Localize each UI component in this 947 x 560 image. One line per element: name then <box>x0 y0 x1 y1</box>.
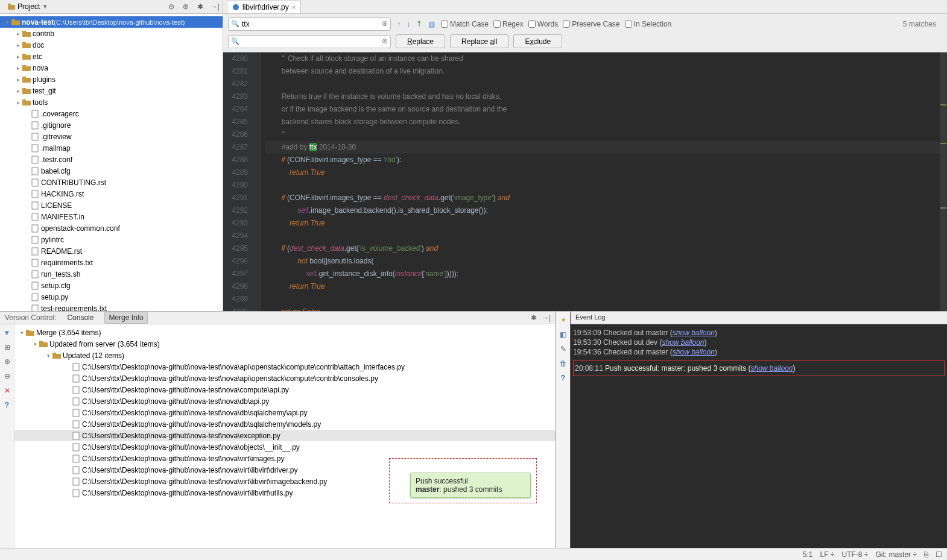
prev-match-icon[interactable]: ↑ <box>396 19 402 30</box>
tree-folder[interactable]: ▸tools <box>0 96 223 108</box>
tree-file[interactable]: setup.py <box>0 291 223 303</box>
tree-file[interactable]: CONTRIBUTING.rst <box>0 177 223 188</box>
vc-node-root[interactable]: ▾Merge (3,654 items) <box>14 327 556 338</box>
status-cell[interactable]: 5:1 <box>803 550 813 559</box>
svg-rect-48 <box>73 421 79 428</box>
collapse-all-icon[interactable]: ⊖ <box>2 371 12 381</box>
tree-file[interactable]: babel.cfg <box>0 165 223 177</box>
status-cell[interactable]: LF ÷ <box>820 550 835 559</box>
tree-file[interactable]: .gitignore <box>0 119 223 131</box>
vc-node-server[interactable]: ▾Updated from server (3,654 items) <box>14 338 556 350</box>
notification-balloon[interactable]: Push successful master: pushed 3 commits <box>410 473 531 498</box>
show-balloon-link[interactable]: show balloon <box>662 338 704 347</box>
replace-input[interactable] <box>228 35 391 48</box>
status-cell[interactable]: Git: master ÷ <box>875 550 917 559</box>
vc-file-row[interactable]: C:\Users\ttx\Desktop\nova-github\nova-te… <box>14 418 556 430</box>
clear-find-icon[interactable]: ⊗ <box>382 19 388 28</box>
tree-file[interactable]: setup.cfg <box>0 280 223 291</box>
group-by-icon[interactable]: ⊞ <box>2 342 12 352</box>
tree-folder[interactable]: ▸nova <box>0 62 223 74</box>
vc-file-row[interactable]: C:\Users\ttx\Desktop\nova-github\nova-te… <box>14 361 556 373</box>
multi-select-icon[interactable]: ▥ <box>427 19 436 30</box>
replace-button[interactable]: RReplaceeplace <box>396 34 445 48</box>
project-view-dropdown[interactable]: Project ▼ <box>4 1 52 13</box>
vc-file-row[interactable]: C:\Users\ttx\Desktop\nova-github\nova-te… <box>14 407 556 418</box>
show-balloon-link[interactable]: show balloon <box>750 364 793 373</box>
show-balloon-link[interactable]: show balloon <box>673 348 715 356</box>
tree-file[interactable]: .coveragerc <box>0 108 223 119</box>
help-icon[interactable]: ? <box>2 400 12 410</box>
vc-gear-icon[interactable]: ✱ <box>531 313 537 322</box>
vc-file-row[interactable]: C:\Users\ttx\Desktop\nova-github\nova-te… <box>14 395 556 407</box>
tree-root[interactable]: ▾nova-test (C:\Users\ttx\Desktop\nova-gi… <box>0 16 223 28</box>
tree-folder[interactable]: ▸plugins <box>0 74 223 85</box>
tree-file[interactable]: LICENSE <box>0 200 223 211</box>
balloon-icon[interactable]: ◧ <box>559 330 568 339</box>
vc-hide-icon[interactable]: →| <box>542 313 551 322</box>
help-icon[interactable]: ? <box>559 373 568 383</box>
chevron-down-icon: ▼ <box>42 4 48 10</box>
hide-icon[interactable]: →| <box>211 2 219 11</box>
status-cell[interactable]: ⎘ <box>924 550 928 559</box>
show-balloon-link[interactable]: show balloon <box>673 329 715 337</box>
fold-gutter[interactable] <box>252 52 261 311</box>
vc-node-updated[interactable]: ▾Updated (12 items) <box>14 350 556 361</box>
exclude-button[interactable]: Exclude <box>513 34 562 48</box>
svg-rect-46 <box>73 398 79 405</box>
vc-file-row[interactable]: C:\Users\ttx\Desktop\nova-github\nova-te… <box>14 430 556 441</box>
vc-file-row[interactable]: C:\Users\ttx\Desktop\nova-github\nova-te… <box>14 441 556 453</box>
svg-rect-12 <box>22 78 31 83</box>
close-icon[interactable]: × <box>292 4 296 11</box>
tree-folder[interactable]: ▸etc <box>0 51 223 62</box>
tree-file[interactable]: .testr.conf <box>0 154 223 165</box>
tree-folder[interactable]: ▸contrib <box>0 28 223 39</box>
info-icon[interactable]: ✦ <box>559 315 568 325</box>
svg-rect-45 <box>73 386 79 394</box>
vc-file-row[interactable]: C:\Users\ttx\Desktop\nova-github\nova-te… <box>14 373 556 384</box>
filter-icon[interactable]: ▼ <box>2 328 12 338</box>
tree-file[interactable]: requirements.txt <box>0 257 223 268</box>
tree-file[interactable]: README.rst <box>0 245 223 257</box>
find-input[interactable] <box>228 17 391 31</box>
next-match-icon[interactable]: ↓ <box>405 19 411 30</box>
tree-file[interactable]: .gitreview <box>0 131 223 142</box>
regex-checkbox[interactable]: Regex <box>493 20 524 28</box>
expand-all-icon[interactable]: ⊕ <box>2 357 12 367</box>
tree-file[interactable]: MANIFEST.in <box>0 211 223 222</box>
scroll-to-source-icon[interactable]: ⊕ <box>182 2 190 11</box>
tree-file[interactable]: HACKING.rst <box>0 188 223 200</box>
status-cell[interactable]: ☐ <box>936 550 942 559</box>
event-log-list[interactable]: 19:53:09 Checked out master (show balloo… <box>571 324 947 548</box>
collapse-all-icon[interactable]: ⊖ <box>167 2 176 11</box>
vc-file-row[interactable]: C:\Users\ttx\Desktop\nova-github\nova-te… <box>14 384 556 395</box>
editor-tabbar: libvirt\driver.py × <box>223 0 947 14</box>
delete-icon[interactable]: ✕ <box>2 386 12 395</box>
editor-tab-driver[interactable]: libvirt\driver.py × <box>227 1 301 13</box>
clear-icon[interactable]: 🗑 <box>559 359 568 368</box>
status-cell[interactable]: UTF-8 ÷ <box>841 550 868 559</box>
tree-folder[interactable]: ▸test_git <box>0 85 223 96</box>
project-tree[interactable]: ▾nova-test (C:\Users\ttx\Desktop\nova-gi… <box>0 14 223 311</box>
match-case-checkbox[interactable]: Match Case <box>441 20 489 28</box>
tree-file[interactable]: .mailmap <box>0 142 223 154</box>
select-all-icon[interactable]: ⤒ <box>415 19 423 30</box>
vc-tab-merge-info[interactable]: Merge Info <box>104 312 147 324</box>
tree-folder[interactable]: ▸doc <box>0 39 223 51</box>
svg-rect-9 <box>22 54 26 55</box>
tree-file[interactable]: test-requirements.txt <box>0 303 223 311</box>
vc-merge-tree[interactable]: ▾Merge (3,654 items)▾Updated from server… <box>14 324 556 548</box>
gear-icon[interactable]: ✱ <box>196 2 204 11</box>
words-checkbox[interactable]: Words <box>528 20 558 28</box>
tree-file[interactable]: openstack-common.conf <box>0 222 223 234</box>
tree-file[interactable]: pylintrc <box>0 234 223 245</box>
clear-replace-icon[interactable]: ⊗ <box>382 37 388 45</box>
code-area[interactable]: ''' Check if all block storage of an ins… <box>261 52 947 311</box>
preserve-case-checkbox[interactable]: Preserve Case <box>563 20 619 28</box>
vc-tab-console[interactable]: Console <box>63 312 97 323</box>
mark-read-icon[interactable]: ✎ <box>559 344 568 354</box>
in-selection-checkbox[interactable]: In Selection <box>625 20 672 28</box>
tree-file[interactable]: run_tests.sh <box>0 268 223 280</box>
replace-all-button[interactable]: Replace all <box>450 34 508 48</box>
editor-scrollbar[interactable] <box>940 52 947 311</box>
code-editor[interactable]: 4280428142824283428442854286428742884289… <box>223 52 947 311</box>
